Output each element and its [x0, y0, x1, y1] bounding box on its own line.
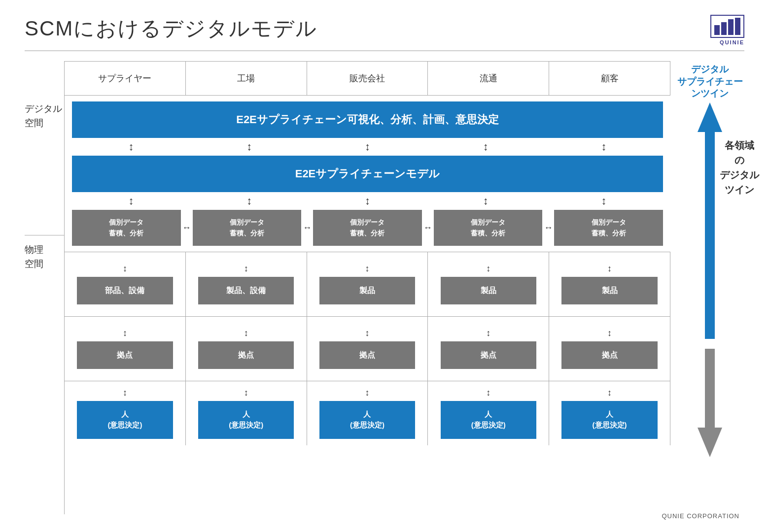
data-box-5: 個別データ蓄積、分析: [554, 210, 663, 246]
phys-cell-prod-2: ↕ 製品、設備: [186, 252, 307, 316]
loc-box-2: 拠点: [198, 341, 294, 369]
logo-bar-3: [728, 19, 734, 35]
right-arrow-area: デジタル サプライチェーンツイン 各領域のデジタルツイン: [670, 61, 744, 514]
peo-box-3: 人(意思決定): [319, 401, 415, 439]
arrow-model-3: ↕: [309, 192, 427, 210]
arrow-model-5: ↕: [545, 192, 663, 210]
prod-box-5: 製品: [561, 277, 657, 304]
h-arrow-4: ↔: [542, 223, 554, 233]
v-arrow-loc-2: ↕: [244, 328, 248, 338]
phys-row-people: ↕ 人(意思決定) ↕ 人(意思決定) ↕ 人(意思決定) ↕ 人(意思決定) …: [65, 381, 670, 445]
data-box-1: 個別データ蓄積、分析: [72, 210, 181, 246]
phys-row-products: ↕ 部品、設備 ↕ 製品、設備 ↕ 製品 ↕ 製品 ↕ 製品: [65, 252, 670, 317]
data-box-2: 個別データ蓄積、分析: [193, 210, 302, 246]
peo-box-1: 人(意思決定): [77, 401, 173, 439]
phys-cell-prod-5: ↕ 製品: [549, 252, 670, 316]
data-box-3: 個別データ蓄積、分析: [313, 210, 422, 246]
v-arrow-loc-3: ↕: [365, 328, 369, 338]
prod-box-4: 製品: [441, 277, 536, 304]
phys-cell-peo-4: ↕ 人(意思決定): [428, 381, 549, 445]
phys-cell-prod-4: ↕ 製品: [428, 252, 549, 316]
data-box-content-1: 個別データ蓄積、分析: [72, 210, 181, 246]
col-headers-row: サプライヤー 工場 販売会社 流通 顧客: [65, 62, 670, 96]
phys-cell-peo-3: ↕ 人(意思決定): [307, 381, 428, 445]
svg-marker-0: [698, 102, 722, 339]
col-header-customer: 顧客: [549, 62, 670, 95]
h-arrow-3: ↔: [422, 223, 434, 233]
phys-cell-loc-2: ↕ 拠点: [186, 317, 307, 381]
prod-box-2: 製品、設備: [198, 277, 294, 304]
header-divider: [25, 50, 744, 51]
v-arrow-loc-5: ↕: [607, 328, 612, 338]
prod-box-3: 製品: [319, 277, 415, 304]
logo-box: [710, 15, 744, 38]
logo-bar-1: [714, 25, 720, 35]
phys-row-location: ↕ 拠点 ↕ 拠点 ↕ 拠点 ↕ 拠点 ↕ 拠点: [65, 317, 670, 381]
loc-box-5: 拠点: [561, 341, 657, 369]
v-arrow-prod-2: ↕: [244, 264, 248, 274]
logo-bar-4: [735, 18, 740, 35]
side-label: 各領域のデジタルツイン: [720, 138, 759, 197]
loc-box-3: 拠点: [319, 341, 415, 369]
v-arrow-loc-1: ↕: [123, 328, 127, 338]
loc-box-4: 拠点: [441, 341, 536, 369]
physical-space-label: 物理空間: [25, 243, 43, 271]
loc-box-1: 拠点: [77, 341, 173, 369]
v-arrow-loc-4: ↕: [486, 328, 490, 338]
page-title: SCMにおけるデジタルモデル: [25, 15, 317, 42]
logo-text: QUINIE: [720, 39, 744, 45]
logo-area: QUINIE: [710, 15, 744, 45]
col-header-distribution: 流通: [428, 62, 549, 95]
digital-section: E2Eサプライチェーン可視化、分析、計画、意思決定 ↕ ↕ ↕ ↕ ↕ E2Eサ…: [65, 96, 670, 252]
row-labels: デジタル空間 物理空間: [25, 61, 64, 514]
phys-cell-prod-1: ↕ 部品、設備: [65, 252, 186, 316]
arrow-model-1: ↕: [72, 192, 190, 210]
main-grid: サプライヤー 工場 販売会社 流通 顧客 E2Eサプライチェーン可視化、分析、計…: [64, 61, 670, 514]
prod-box-1: 部品、設備: [77, 277, 173, 304]
arrow-model-2: ↕: [190, 192, 309, 210]
peo-box-2: 人(意思決定): [198, 401, 294, 439]
e2e-top-wrapper: E2Eサプライチェーン可視化、分析、計画、意思決定: [65, 96, 670, 138]
v-arrow-prod-5: ↕: [607, 264, 612, 274]
phys-cell-peo-5: ↕ 人(意思決定): [549, 381, 670, 445]
phys-cell-loc-1: ↕ 拠点: [65, 317, 186, 381]
data-box-content-5: 個別データ蓄積、分析: [554, 210, 663, 246]
v-arrow-peo-3: ↕: [365, 388, 369, 398]
v-arrow-peo-4: ↕: [486, 388, 490, 398]
page-container: SCMにおけるデジタルモデル QUINIE デジタル空間 物理空間: [0, 0, 769, 532]
phys-cell-loc-3: ↕ 拠点: [307, 317, 428, 381]
phys-cell-peo-1: ↕ 人(意思決定): [65, 381, 186, 445]
v-arrow-prod-3: ↕: [365, 264, 369, 274]
phys-cell-loc-4: ↕ 拠点: [428, 317, 549, 381]
col-header-factory: 工場: [186, 62, 307, 95]
phys-cell-loc-5: ↕ 拠点: [549, 317, 670, 381]
v-arrow-prod-4: ↕: [486, 264, 490, 274]
arrow-col-3: ↕: [309, 138, 427, 156]
arrow-model-4: ↕: [426, 192, 545, 210]
footer-text: QUNIE CORPORATION: [662, 512, 739, 520]
arrow-col-1: ↕: [72, 138, 190, 156]
peo-box-4: 人(意思決定): [441, 401, 536, 439]
arrows-row-1: ↕ ↕ ↕ ↕ ↕: [65, 138, 670, 156]
header: SCMにおけるデジタルモデル QUINIE: [25, 15, 744, 45]
arrow-col-2: ↕: [190, 138, 309, 156]
data-box-4: 個別データ蓄積、分析: [434, 210, 543, 246]
data-box-content-2: 個別データ蓄積、分析: [193, 210, 302, 246]
phys-cell-peo-2: ↕ 人(意思決定): [186, 381, 307, 445]
data-box-content-3: 個別データ蓄積、分析: [313, 210, 422, 246]
svg-marker-1: [698, 349, 722, 457]
e2e-model-wrapper: E2Eサプライチェーンモデル: [65, 156, 670, 192]
phys-cell-prod-3: ↕ 製品: [307, 252, 428, 316]
col-header-supplier: サプライヤー: [65, 62, 186, 95]
arrow-col-5: ↕: [545, 138, 663, 156]
v-arrow-prod-1: ↕: [123, 264, 127, 274]
digital-twin-label: デジタル サプライチェーンツイン: [675, 64, 744, 100]
arrow-col-4: ↕: [426, 138, 545, 156]
e2e-model-banner: E2Eサプライチェーンモデル: [72, 156, 663, 192]
digital-space-label: デジタル空間: [25, 102, 62, 130]
v-arrow-peo-1: ↕: [123, 388, 127, 398]
individual-data-row: 個別データ蓄積、分析 ↔ 個別データ蓄積、分析 ↔ 個別データ蓄積、分析 ↔ 個…: [65, 210, 670, 252]
h-arrow-1: ↔: [181, 223, 193, 233]
peo-box-5: 人(意思決定): [561, 401, 657, 439]
v-arrow-peo-5: ↕: [607, 388, 612, 398]
